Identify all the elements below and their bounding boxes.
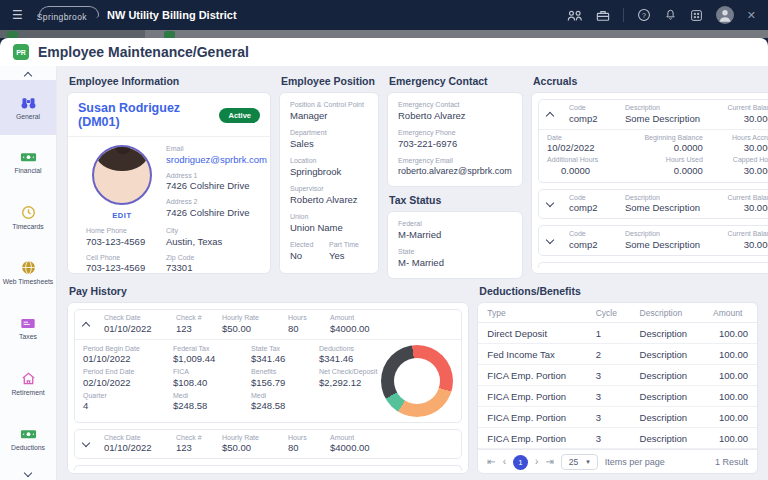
zip-field: Zip Code 73301 [166,254,267,274]
sidebar-item-general[interactable]: General [0,80,56,135]
email-link[interactable]: srodriguez@sprbrk.com [166,154,267,165]
employee-information-card: Susan Rodriguez (DM01) Active EDIT Email [67,92,271,274]
section-title: Accruals [533,75,768,87]
users-icon[interactable] [567,9,583,22]
current-page-button[interactable]: 1 [513,455,528,470]
background-window-badge [7,31,18,38]
emergency-contact-card: Emergency Contact Roberto Alvarez Emerge… [387,92,523,187]
collapse-row-icon[interactable] [546,112,554,120]
hamburger-menu-icon[interactable]: ☰ [12,8,23,22]
items-per-page-label: Items per page [605,457,665,467]
sidebar-item-label: Web Timesheets [1,278,56,286]
section-title: Employee Information [69,75,271,87]
emergency-email-field: Emergency Email roberto.alvarez@sprbrk.c… [398,157,512,176]
pay-breakdown-donut-chart [381,345,453,417]
tax-card-icon [20,317,36,330]
tax-status-card: Federal M-Married State M- Married [387,211,523,279]
window-header: PR Employee Maintenance/General [0,38,768,66]
employee-position-card: Position & Control Point Manager Departm… [279,92,379,274]
section-title: Tax Status [389,194,523,206]
chevron-up-icon [24,71,32,79]
position-field: Position & Control Point Manager [290,101,368,121]
background-windows-strip [0,30,768,38]
sidebar-item-web-timesheets[interactable]: Web Timesheets [0,246,56,301]
pagination-bar: ⇤ ‹ 1 › ⇥ 25 ▾ Items per page 1 Result [478,449,757,474]
table-row[interactable]: FICA Emp. Portion3 Description100.00 [478,386,757,407]
sidebar-item-label: Taxes [17,333,39,341]
sidebar-scroll-up[interactable] [0,67,56,80]
chevron-down-icon [24,469,32,477]
accruals-section: Accruals Codecomp2 DescriptionSome Descr… [531,72,768,279]
accruals-card: Codecomp2 DescriptionSome Description Cu… [531,92,768,274]
briefcase-icon[interactable] [596,9,610,22]
address1-field: Address 1 7426 Colshire Drive [166,172,267,192]
district-title: NW Utility Billing District [107,9,237,21]
topbar-actions: ? ✕ [567,6,756,24]
col-header-description: Description [631,303,704,323]
employee-maintenance-window: PR Employee Maintenance/General General [0,38,768,480]
caret-down-icon: ▾ [586,458,590,466]
edit-photo-button[interactable]: EDIT [112,211,131,220]
page-title: Employee Maintenance/General [38,44,249,60]
notifications-bell-icon[interactable] [664,8,677,22]
pay-history-row: Check Date01/10/2022 Check #123 Hourly R… [74,429,462,460]
expand-row-icon[interactable] [546,199,554,207]
expand-row-icon[interactable] [546,236,554,244]
sidebar-item-label: Timecards [10,223,45,231]
federal-tax-field: Federal M-Married [398,220,512,240]
module-sidebar: General Financial [0,66,57,480]
table-row[interactable]: Fed Income Tax2 Description100.00 [478,344,757,365]
contact-tax-column: Emergency Contact Emergency Contact Robe… [387,72,523,279]
sidebar-item-label: Deductions [9,444,47,452]
sidebar-item-label: Retirement [9,389,46,397]
first-page-button[interactable]: ⇤ [487,457,495,467]
sidebar-item-financial[interactable]: Financial [0,135,56,190]
table-row[interactable]: Direct Deposit1 Description100.00 [478,323,757,344]
sidebar-item-timecards[interactable]: Timecards [0,191,56,246]
address2-field: Address 2 7426 Colshire Drive [166,198,267,218]
page-size-select[interactable]: 25 ▾ [561,454,598,470]
expand-row-icon[interactable] [82,439,90,447]
springbrook-logo: Springbrook [33,8,97,22]
last-page-button[interactable]: ⇥ [545,457,553,467]
user-avatar-icon[interactable] [716,6,734,24]
payroll-module-badge: PR [13,44,29,60]
deductions-benefits-section: Deductions/Benefits Type Cycle Descripti… [477,282,758,474]
table-row[interactable]: FICA Emp. Portion3 Description100.00 [478,428,757,449]
apps-grid-icon[interactable] [690,9,703,22]
deductions-table: Type Cycle Description Amount Direct Dep… [478,303,757,449]
employee-photo [92,145,152,205]
collapse-row-icon[interactable] [82,322,90,330]
col-header-amount: Amount [704,303,757,323]
email-field: Email srodriguez@sprbrk.com [166,145,267,165]
sidebar-item-taxes[interactable]: Taxes [0,301,56,356]
sidebar-item-retirement[interactable]: Retirement [0,356,56,411]
sidebar-item-label: General [14,113,42,121]
svg-text:?: ? [642,12,646,19]
banknote-icon [20,150,37,164]
banknote-icon [20,427,37,441]
background-window-tab[interactable] [145,30,768,38]
next-page-button[interactable]: › [535,457,538,467]
table-row[interactable]: FICA Emp. Portion3 Description100.00 [478,365,757,386]
table-row[interactable]: FICA Emp. Portion3 Description100.00 [478,407,757,428]
location-field: Location Springbrook [290,157,368,177]
sidebar-scroll-down[interactable] [0,467,56,480]
help-icon[interactable]: ? [637,8,651,22]
elected-field: Elected No [290,241,329,261]
employee-name-link[interactable]: Susan Rodriguez (DM01) [78,101,219,129]
home-phone-field: Home Phone 703-123-4569 [78,227,166,247]
accrual-row: Codecomp2 DescriptionSome Description Cu… [538,189,768,220]
col-header-type: Type [478,303,586,323]
sidebar-item-deductions[interactable]: Deductions [0,412,56,467]
department-field: Department Sales [290,129,368,149]
close-icon[interactable]: ✕ [747,9,756,22]
background-window-badge [164,31,175,38]
section-title: Employee Position [281,75,379,87]
pay-history-row-clipped [74,465,462,471]
result-count: 1 Result [715,457,748,467]
sidebar-item-label: Financial [12,167,43,175]
emergency-contact-field: Emergency Contact Roberto Alvarez [398,101,512,121]
top-bar: ☰ Springbrook NW Utility Billing Distric… [0,0,768,30]
previous-page-button[interactable]: ‹ [503,457,506,467]
